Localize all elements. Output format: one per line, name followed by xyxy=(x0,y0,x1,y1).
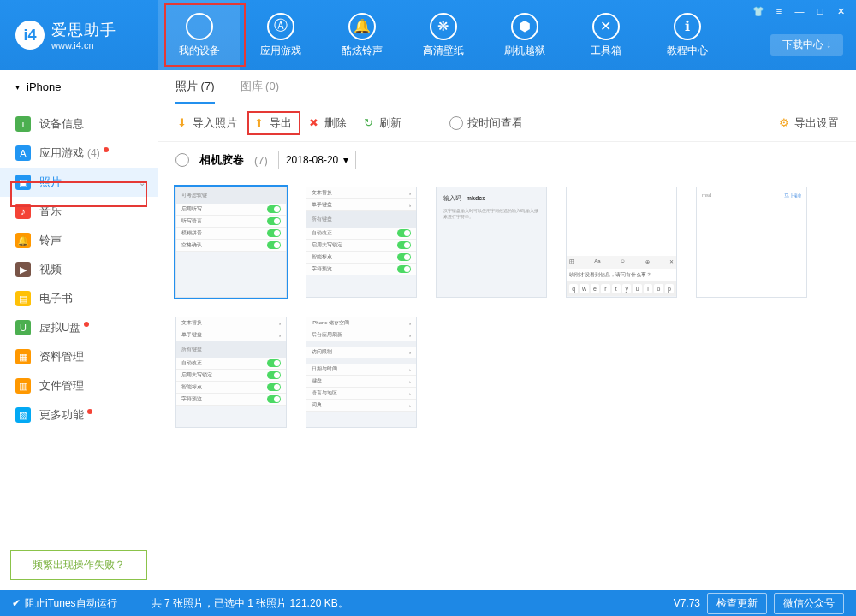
album-name: 相机胶卷 xyxy=(199,152,244,168)
maximize-button[interactable]: □ xyxy=(811,5,829,17)
check-icon: ✔ xyxy=(12,597,21,609)
import-icon: ⬇ xyxy=(175,116,188,129)
export-button[interactable]: ⬆导出 xyxy=(253,116,292,131)
nav-tab-flower[interactable]: ❋高清壁纸 xyxy=(402,0,484,70)
sidebar-icon: ▣ xyxy=(15,175,31,190)
thumbnail-grid: 可考虑软键启用听写听写语言模糊拼音空格确认文本替换›单手键盘›所有键盘自动改正启… xyxy=(158,178,856,436)
notification-dot xyxy=(84,322,89,327)
sidebar-icon: ▶ xyxy=(15,262,31,277)
sub-tabs: 照片 (7)图库 (0) xyxy=(158,70,856,104)
download-center-button[interactable]: 下载中心 ↓ xyxy=(770,34,843,56)
chevron-down-icon: ⌄ xyxy=(139,178,146,187)
nav-tab-info[interactable]: ℹ教程中心 xyxy=(646,0,728,70)
window-controls: 👕 ≡ — □ ✕ xyxy=(750,5,849,17)
album-row: 相机胶卷 (7) 2018-08-20▾ xyxy=(158,142,856,178)
sidebar-icon: U xyxy=(15,320,31,335)
notification-dot xyxy=(104,147,109,152)
sidebar-item[interactable]: ▶视频 xyxy=(0,255,158,284)
sub-tab[interactable]: 图库 (0) xyxy=(241,70,280,104)
device-label: iPhone xyxy=(27,80,61,93)
close-button[interactable]: ✕ xyxy=(832,5,849,17)
export-icon: ⬆ xyxy=(253,116,265,129)
refresh-button[interactable]: ↻刷新 xyxy=(362,116,401,131)
delete-button[interactable]: ✖删除 xyxy=(307,116,347,131)
sidebar-item[interactable]: U虚拟U盘 xyxy=(0,313,158,342)
bell-icon: 🔔 xyxy=(348,13,376,40)
status-bar: ✔阻止iTunes自动运行 共 7 张照片，已选中 1 张照片 121.20 K… xyxy=(0,590,856,616)
skin-icon[interactable]: 👕 xyxy=(750,5,767,17)
sidebar-item[interactable]: i设备信息 xyxy=(0,110,158,139)
app-header: i4 爱思助手 www.i4.cn 我的设备Ⓐ应用游戏🔔酷炫铃声❋高清壁纸⬢刷机… xyxy=(0,0,856,70)
album-count: (7) xyxy=(254,154,268,167)
version-label: V7.73 xyxy=(674,597,700,609)
import-button[interactable]: ⬇导入照片 xyxy=(175,116,237,131)
box-icon: ⬢ xyxy=(511,13,538,40)
tools-icon: ✕ xyxy=(592,13,620,40)
radio-icon xyxy=(449,116,463,130)
photo-thumbnail[interactable]: 文本替换›单手键盘›所有键盘自动改正启用大写锁定智能标点字符预览 xyxy=(306,187,417,298)
sidebar-item[interactable]: 🔔铃声 xyxy=(0,226,158,255)
notification-dot xyxy=(87,409,92,414)
check-update-button[interactable]: 检查更新 xyxy=(707,593,767,614)
info-icon: ℹ xyxy=(674,13,701,40)
date-selector[interactable]: 2018-08-20▾ xyxy=(278,151,356,169)
chevron-down-icon: ▾ xyxy=(15,82,20,92)
minimize-button[interactable]: — xyxy=(791,5,808,17)
refresh-icon: ↻ xyxy=(362,116,375,129)
store-icon: Ⓐ xyxy=(267,13,294,40)
nav-tab-apple[interactable]: 我的设备 xyxy=(158,0,240,70)
sidebar-icon: i xyxy=(15,116,31,132)
apple-icon xyxy=(186,13,213,40)
sidebar-item[interactable]: ▤电子书 xyxy=(0,284,158,313)
sidebar-icon: ▤ xyxy=(15,291,31,306)
photo-thumbnail[interactable]: 文本替换›单手键盘›所有键盘自动改正启用大写锁定智能标点字符预览 xyxy=(175,317,287,428)
photo-thumbnail[interactable]: 输入码 mkdcx汉字键盘输入时可以使用字词候选的输入码,输入搜索进行字符串。 xyxy=(436,187,547,298)
logo-area: i4 爱思助手 www.i4.cn xyxy=(0,20,158,50)
status-info: 共 7 张照片，已选中 1 张照片 121.20 KB。 xyxy=(152,596,348,611)
sidebar-icon: ▥ xyxy=(15,378,31,394)
sidebar: ▾ iPhone i设备信息A应用游戏(4)▣照片⌄♪音乐🔔铃声▶视频▤电子书U… xyxy=(0,70,158,590)
nav-tab-box[interactable]: ⬢刷机越狱 xyxy=(484,0,565,70)
itunes-block-toggle[interactable]: ✔阻止iTunes自动运行 xyxy=(12,596,117,611)
help-link[interactable]: 频繁出现操作失败？ xyxy=(10,550,147,580)
sidebar-item[interactable]: ▦资料管理 xyxy=(0,342,158,371)
menu-icon[interactable]: ≡ xyxy=(770,5,788,17)
nav-tabs: 我的设备Ⓐ应用游戏🔔酷炫铃声❋高清壁纸⬢刷机越狱✕工具箱ℹ教程中心 xyxy=(158,0,728,70)
sub-tab[interactable]: 照片 (7) xyxy=(175,70,215,104)
nav-tab-store[interactable]: Ⓐ应用游戏 xyxy=(240,0,321,70)
logo-icon: i4 xyxy=(15,21,45,50)
sidebar-icon: ▧ xyxy=(15,407,31,423)
sidebar-icon: ♪ xyxy=(15,204,31,219)
nav-tab-tools[interactable]: ✕工具箱 xyxy=(565,0,646,70)
sidebar-icon: 🔔 xyxy=(15,233,31,248)
nav-tab-bell[interactable]: 🔔酷炫铃声 xyxy=(321,0,402,70)
sidebar-item[interactable]: A应用游戏(4) xyxy=(0,139,158,168)
photo-thumbnail[interactable]: msd马上到! xyxy=(696,187,807,298)
view-by-time-button[interactable]: 按时间查看 xyxy=(449,116,523,131)
chevron-down-icon: ▾ xyxy=(343,154,348,166)
flower-icon: ❋ xyxy=(430,13,457,40)
photo-thumbnail[interactable]: 可考虑软键启用听写听写语言模糊拼音空格确认 xyxy=(175,187,287,298)
delete-icon: ✖ xyxy=(307,116,320,129)
sidebar-item[interactable]: ▣照片⌄ xyxy=(0,168,158,197)
sidebar-item[interactable]: ▧更多功能 xyxy=(0,400,158,429)
sidebar-icon: A xyxy=(15,145,31,161)
app-title: 爱思助手 xyxy=(51,20,116,40)
wechat-button[interactable]: 微信公众号 xyxy=(774,593,844,614)
toolbar: ⬇导入照片 ⬆导出 ✖删除 ↻刷新 按时间查看 ⚙导出设置 xyxy=(158,104,856,142)
export-settings-button[interactable]: ⚙导出设置 xyxy=(777,116,839,131)
sidebar-item[interactable]: ▥文件管理 xyxy=(0,371,158,400)
app-subtitle: www.i4.cn xyxy=(51,40,116,50)
select-all-radio[interactable] xyxy=(175,153,189,167)
device-selector[interactable]: ▾ iPhone xyxy=(0,70,158,104)
sidebar-item[interactable]: ♪音乐 xyxy=(0,197,158,226)
sidebar-icon: ▦ xyxy=(15,349,31,364)
main-panel: 照片 (7)图库 (0) ⬇导入照片 ⬆导出 ✖删除 ↻刷新 按时间查看 ⚙导出… xyxy=(158,70,856,590)
photo-thumbnail[interactable]: 田Aa☺⊕✕吹刚才没看到信息，请问有什么事？qwertyuiop xyxy=(566,187,677,298)
photo-thumbnail[interactable]: iPhone 储存空间›后台应用刷新›访问限制›日期与时间›键盘›语言与地区›词… xyxy=(306,317,417,428)
gear-icon: ⚙ xyxy=(777,116,790,129)
